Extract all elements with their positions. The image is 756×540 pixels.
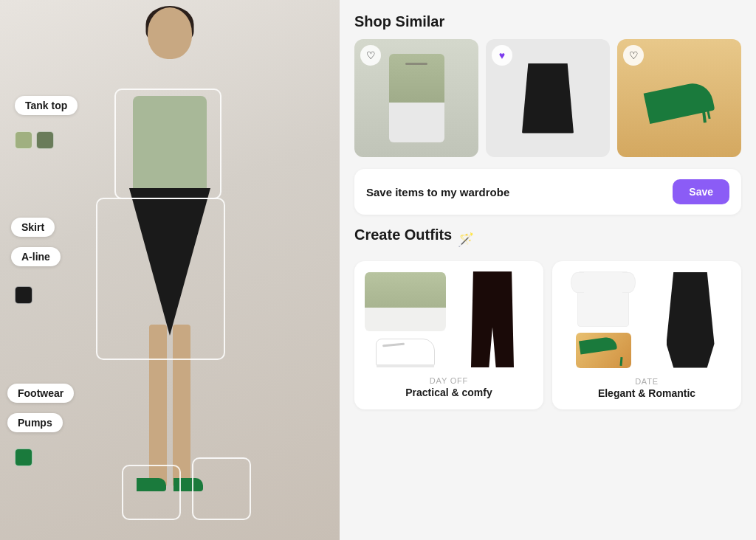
swatches-skirt bbox=[15, 286, 32, 304]
label-footwear[interactable]: Footwear bbox=[7, 384, 74, 403]
outfit-item-tank bbox=[365, 271, 446, 332]
like-button-tank[interactable]: ♡ bbox=[360, 45, 381, 66]
create-outfits-section: Create Outfits 🪄 bbox=[354, 226, 741, 409]
save-wardrobe-button[interactable]: Save bbox=[673, 179, 729, 204]
create-outfits-title: Create Outfits bbox=[354, 226, 452, 243]
product-card-tank[interactable]: ♡ bbox=[354, 39, 478, 157]
magic-wand-icon: 🪄 bbox=[458, 232, 474, 248]
swatch-dark-sage[interactable] bbox=[36, 131, 54, 149]
label-skirt[interactable]: Skirt bbox=[11, 218, 55, 237]
outfit-item-pants bbox=[452, 271, 533, 367]
create-outfits-header: Create Outfits 🪄 bbox=[354, 226, 741, 252]
left-panel: Tank top Skirt A-line Footwear Pumps bbox=[0, 0, 340, 540]
detection-box-footwear-left bbox=[122, 465, 181, 520]
detection-box-footwear-right bbox=[192, 457, 251, 520]
detection-box-tank bbox=[114, 89, 221, 199]
outfit-items-day-off bbox=[365, 271, 533, 367]
outfit-photo: Tank top Skirt A-line Footwear Pumps bbox=[0, 0, 340, 540]
swatch-sage[interactable] bbox=[15, 131, 32, 149]
label-tank-top[interactable]: Tank top bbox=[15, 96, 78, 115]
outfit-card-day-off[interactable]: DAY OFF Practical & comfy bbox=[354, 261, 543, 409]
outfit-category-date: DATE bbox=[563, 377, 731, 386]
save-wardrobe-bar: Save items to my wardrobe Save bbox=[354, 169, 741, 215]
like-button-skirt[interactable]: ♥ bbox=[492, 45, 512, 66]
outfit-item-sneakers bbox=[365, 338, 446, 367]
like-button-heels[interactable]: ♡ bbox=[623, 45, 644, 66]
outfit-card-date[interactable]: DATE Elegant & Romantic bbox=[552, 261, 741, 409]
outfit-item-heels-date bbox=[563, 333, 644, 368]
outfit-category-day-off: DAY OFF bbox=[365, 376, 533, 385]
label-pumps[interactable]: Pumps bbox=[7, 413, 63, 432]
product-card-skirt[interactable]: ♥ bbox=[486, 39, 610, 157]
product-card-heels[interactable]: ♡ bbox=[617, 39, 741, 157]
shop-similar-section: Shop Similar ♡ ♥ ♡ bbox=[354, 13, 741, 157]
outfit-name-day-off: Practical & comfy bbox=[365, 387, 533, 398]
shop-similar-title: Shop Similar bbox=[354, 13, 741, 30]
outfit-items-date bbox=[563, 271, 731, 368]
swatches-footwear bbox=[15, 449, 32, 466]
outfit-name-date: Elegant & Romantic bbox=[563, 387, 731, 399]
product-grid: ♡ ♥ ♡ bbox=[354, 39, 741, 157]
outfits-grid: DAY OFF Practical & comfy bbox=[354, 261, 741, 409]
swatches-tank bbox=[15, 131, 54, 149]
head bbox=[148, 7, 192, 59]
swatch-green[interactable] bbox=[15, 449, 32, 466]
outfit-item-ruffle-skirt bbox=[650, 271, 731, 368]
detection-box-skirt bbox=[96, 198, 225, 360]
label-aline[interactable]: A-line bbox=[11, 247, 61, 266]
right-panel: Shop Similar ♡ ♥ ♡ bbox=[340, 0, 756, 540]
outfit-item-blouse bbox=[563, 271, 644, 327]
swatch-black[interactable] bbox=[15, 286, 32, 304]
save-wardrobe-text: Save items to my wardrobe bbox=[366, 186, 509, 198]
